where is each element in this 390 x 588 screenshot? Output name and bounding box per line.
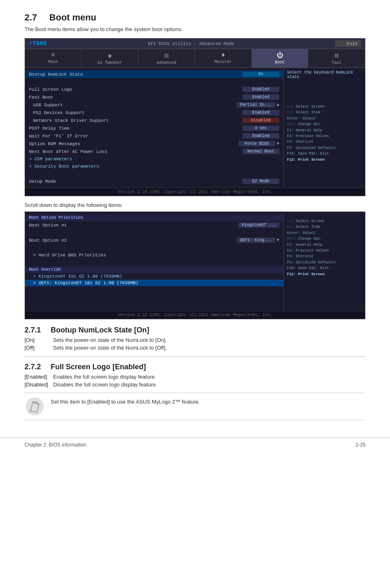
section-desc: The Boot menu items allow you to change … <box>25 26 365 32</box>
csm-label: > CSM parameters <box>29 157 279 162</box>
nav-tool-label: Tool <box>332 61 341 65</box>
page-content: 2.7 Boot menu The Boot menu items allow … <box>0 0 390 438</box>
next-boot-value[interactable]: Normal Boot <box>242 149 279 154</box>
boot-option-1-value[interactable]: KingstonDT ... <box>238 222 279 228</box>
section-title: Boot menu <box>49 12 96 23</box>
nav-main-label: Main <box>48 60 58 64</box>
bios-footer-2: Version 2.10.1208. Copyright (C) 2011 Am… <box>25 311 365 319</box>
nav-monitor-label: Monitor <box>215 60 232 64</box>
wait-f1-value[interactable]: Enabled <box>242 133 279 139</box>
key-f10: F10: Save ESC: Exit <box>287 151 362 157</box>
bios-body-2: Boot Option Priorities Boot Option #1 Ki… <box>25 212 365 311</box>
row-boot-option-1[interactable]: Boot Option #1 KingstonDT ... <box>25 221 283 229</box>
post-delay-label: POST Delay Time <box>29 126 242 131</box>
key2-f10: F10: Save ESC: Exit <box>287 265 362 271</box>
row-post-delay[interactable]: POST Delay Time 3 sec <box>25 124 283 132</box>
numlock-value[interactable]: On <box>242 72 279 77</box>
scroll-text: Scroll down to display the following ite… <box>25 202 365 208</box>
row-setup-mode[interactable]: Setup Mode EZ Mode <box>25 177 283 185</box>
full-screen-logo-label: Full Screen Logo <box>29 87 242 92</box>
bios-keys-2: ←→: Select Screen ↑↓: Select Item Enter:… <box>287 218 362 277</box>
row-usb-support[interactable]: USB Support Partial In... ▲ <box>25 101 283 109</box>
key-f1: F1: General Help <box>287 128 362 133</box>
wait-f1-label: Wait For 'F1' If Error <box>29 134 242 139</box>
key2-f3: F3: Shortcut <box>287 254 362 259</box>
row-spacer-1 <box>25 78 283 85</box>
key2-change-opt: +/-: Change Opt. <box>287 236 362 242</box>
key2-select-screen: ←→: Select Screen <box>287 218 362 224</box>
override-item-1[interactable]: > KingstonDT 101 G2 1.00 (7639MB) <box>25 273 283 280</box>
bios-footer-1: Version 2.10.1208. Copyright (C) 2011 Am… <box>25 188 365 196</box>
row-spacer-6 <box>25 286 283 294</box>
key-f2: F2: Previous Values <box>287 133 362 139</box>
nav-monitor[interactable]: ♦ Monitor <box>195 49 252 67</box>
setup-mode-value[interactable]: EZ Mode <box>242 179 279 184</box>
row-spacer-5 <box>25 259 283 266</box>
nav-advanced[interactable]: ⊡ Advanced <box>138 49 195 67</box>
nav-ai-tweaker[interactable]: ◈ Ai Tweaker <box>82 49 139 67</box>
bios-header: /TSUS EFI BIOS Utility - Advanced Mode ⬛… <box>25 38 365 49</box>
bios-sidebar-2: ←→: Select Screen ↑↓: Select Item Enter:… <box>283 212 365 311</box>
key2-select-item: ↑↓: Select Item <box>287 224 362 230</box>
bios-screenshot-1: /TSUS EFI BIOS Utility - Advanced Mode ⬛… <box>25 38 365 196</box>
post-delay-value[interactable]: 3 sec <box>242 126 279 131</box>
note-box: Set this item to [Enabled] to use the AS… <box>25 393 365 420</box>
main-icon: ≡ <box>27 52 80 59</box>
row-fast-boot[interactable]: Fast Boot Enabled <box>25 93 283 101</box>
row-full-screen-logo[interactable]: Full Screen Logo Enabled <box>25 85 283 93</box>
asus-logo: /TSUS <box>29 40 47 47</box>
row-spacer-3 <box>25 229 283 236</box>
row-network-stack[interactable]: NetWork Stack Driver Support Disabled <box>25 117 283 124</box>
nav-tool[interactable]: ⊟ Tool <box>308 49 365 67</box>
row-numlock[interactable]: Bootup NumLock State On <box>25 70 283 78</box>
boot-option-priorities-header: Boot Option Priorities <box>25 214 283 221</box>
key2-f12: F12: Print Screen <box>287 272 362 277</box>
row-wait-f1[interactable]: Wait For 'F1' If Error Enabled <box>25 132 283 140</box>
numlock-label: Bootup NumLock State <box>29 72 242 77</box>
override-item-2[interactable]: > UEFI: KingstonDT 101 G2 1.00 (7639MB) <box>25 280 283 286</box>
nav-main[interactable]: ≡ Main <box>25 49 82 67</box>
row-spacer-2 <box>25 170 283 177</box>
sub271-number: 2.7.1 <box>25 326 41 334</box>
row-security-boot[interactable]: > Security Boot parameters <box>25 163 283 170</box>
ai-tweaker-icon: ◈ <box>83 52 137 60</box>
row-csm[interactable]: > CSM parameters <box>25 155 283 163</box>
footer-left: Chapter 2: BIOS information <box>25 442 86 448</box>
network-stack-value[interactable]: Disabled <box>242 118 279 123</box>
ps2-value[interactable]: Enabled <box>242 110 279 115</box>
row-boot-option-2[interactable]: Boot Option #2 UEFI: King... ▼ <box>25 236 283 244</box>
bios-body: Bootup NumLock State On Full Screen Logo… <box>25 68 365 188</box>
nav-boot[interactable]: ⏻ Boot <box>252 49 309 67</box>
bios-main-panel-2: Boot Option Priorities Boot Option #1 Ki… <box>25 212 283 311</box>
scroll-arrow-up: ▲ <box>277 103 279 107</box>
section-271: 2.7.1 Bootup NumLock State [On] [On] Set… <box>25 326 365 351</box>
security-boot-label: > Security Boot parameters <box>29 164 279 169</box>
key2-f2: F2: Previous Values <box>287 248 362 254</box>
row-option-rom[interactable]: Option ROM Messages Force BIOS ▼ <box>25 140 283 148</box>
sub272-option-disabled: [Disabled] Disables the full screen logo… <box>25 382 365 388</box>
footer-right: 2-25 <box>356 442 365 448</box>
nav-ai-label: Ai Tweaker <box>98 61 122 65</box>
bios-keys: ←→: Select Screen ↑↓: Select Item Enter:… <box>287 104 362 163</box>
option-off-desc: Sets the power-on state of the NumLock t… <box>53 345 365 351</box>
sub272-option-enabled: [Enabled] Enables the full screen logo d… <box>25 374 365 380</box>
option-rom-value[interactable]: Force BIOS <box>238 141 275 146</box>
tool-icon: ⊟ <box>310 52 363 60</box>
key-select-screen: ←→: Select Screen <box>287 104 362 110</box>
boot-option-2-value[interactable]: UEFI: King... <box>237 238 275 243</box>
sub271-option-on: [On] Sets the power-on state of the NumL… <box>25 337 365 343</box>
row-hdd-priorities[interactable]: > Hard Drive BBS Priorities <box>25 251 283 259</box>
section-272: 2.7.2 Full Screen Logo [Enabled] [Enable… <box>25 363 365 388</box>
sub271-title: Bootup NumLock State [On] <box>51 326 149 334</box>
fast-boot-value[interactable]: Enabled <box>242 94 279 100</box>
row-ps2-devices[interactable]: PS2 Devices Support Enabled <box>25 109 283 117</box>
full-screen-logo-value[interactable]: Enabled <box>242 87 279 92</box>
exit-button[interactable]: ⬛ Exit <box>335 40 361 47</box>
usb-support-value[interactable]: Partial In... <box>237 102 275 108</box>
row-next-boot[interactable]: Next Boot after AC Power Loss Normal Boo… <box>25 148 283 155</box>
row-spacer-4 <box>25 244 283 251</box>
option-on-key: [On] <box>25 337 53 343</box>
ps2-label: PS2 Devices Support <box>33 110 242 115</box>
note-pen-icon <box>25 396 45 417</box>
boot-override-header: Boot Override <box>25 266 283 273</box>
